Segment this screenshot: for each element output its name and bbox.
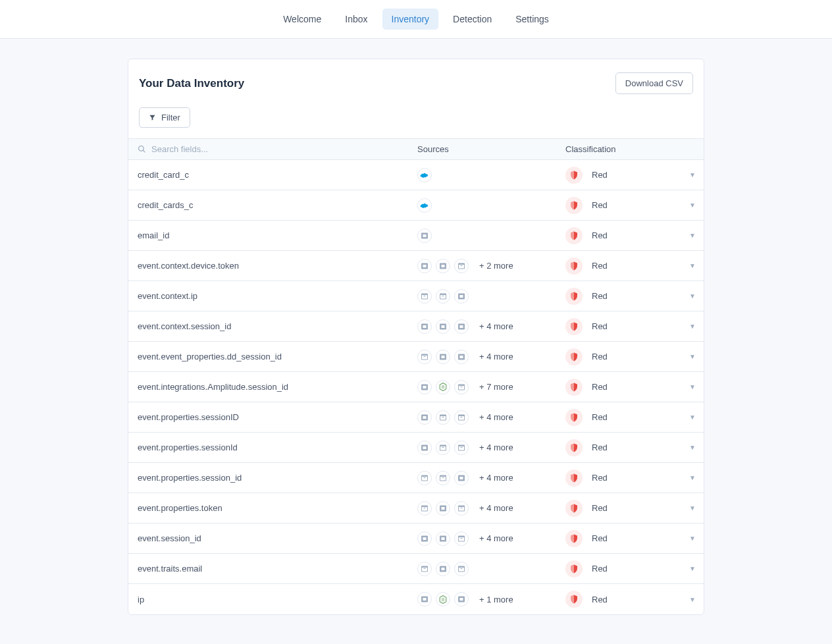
- nav-item-detection[interactable]: Detection: [444, 9, 501, 30]
- table-row[interactable]: email_idRed▼: [128, 221, 704, 251]
- classification-label: Red: [592, 533, 680, 543]
- svg-rect-29: [442, 356, 445, 358]
- table-row[interactable]: event.traits.emailRed▼: [128, 554, 704, 584]
- table-row[interactable]: event.properties.session_id+ 4 moreRed▼: [128, 463, 704, 493]
- classification-cell[interactable]: Red▼: [565, 560, 696, 577]
- table-row[interactable]: event.properties.sessionId+ 4 moreRed▼: [128, 433, 704, 463]
- classification-cell[interactable]: Red▼: [565, 197, 696, 214]
- svg-rect-82: [459, 568, 464, 572]
- source-icons: + 1 more: [417, 592, 556, 606]
- svg-rect-24: [460, 325, 463, 328]
- source-icons: + 2 more: [417, 259, 556, 273]
- table-row[interactable]: credit_cards_cRed▼: [128, 190, 704, 221]
- classification-cell[interactable]: Red▼: [565, 591, 696, 608]
- classification-label: Red: [592, 382, 680, 392]
- classification-label: Red: [592, 412, 680, 422]
- field-name: event.context.device.token: [138, 261, 239, 271]
- table-row[interactable]: event.context.session_id+ 4 moreRed▼: [128, 311, 704, 342]
- classification-cell[interactable]: Red▼: [565, 318, 696, 335]
- field-name: event.session_id: [138, 533, 201, 543]
- classification-cell[interactable]: Red▼: [565, 379, 696, 396]
- more-sources-label: + 4 more: [479, 412, 513, 422]
- filter-button[interactable]: Filter: [139, 107, 190, 128]
- classification-cell[interactable]: Red▼: [565, 530, 696, 547]
- classification-cell[interactable]: Red▼: [565, 409, 696, 426]
- svg-rect-44: [461, 417, 463, 417]
- svg-rect-57: [440, 477, 446, 481]
- classification-cell[interactable]: Red▼: [565, 257, 696, 275]
- classification-cell[interactable]: Red▼: [565, 439, 696, 456]
- classification-cell[interactable]: Red▼: [565, 288, 696, 305]
- shield-icon: [565, 560, 583, 577]
- field-name: event.traits.email: [138, 564, 202, 574]
- field-name: credit_cards_c: [138, 200, 194, 210]
- window-icon: [417, 289, 432, 304]
- table-row[interactable]: credit_card_cRed▼: [128, 160, 704, 190]
- svg-rect-35: [459, 386, 464, 390]
- svg-rect-33: [423, 386, 427, 389]
- shield-icon: [565, 348, 583, 365]
- chevron-down-icon: ▼: [689, 414, 696, 421]
- nav-item-welcome[interactable]: Welcome: [274, 9, 330, 30]
- classification-cell[interactable]: Red▼: [565, 167, 696, 184]
- svg-rect-26: [422, 356, 427, 360]
- classification-cell[interactable]: Red▼: [565, 227, 696, 244]
- window-icon: [454, 562, 469, 576]
- svg-rect-77: [422, 568, 427, 572]
- svg-rect-67: [459, 507, 464, 511]
- more-sources-label: + 1 more: [479, 595, 513, 604]
- nav-item-inventory[interactable]: Inventory: [382, 9, 439, 30]
- svg-rect-22: [442, 325, 445, 328]
- square-icon: [417, 410, 432, 425]
- shield-icon: [565, 470, 583, 487]
- more-sources-label: + 4 more: [479, 533, 513, 543]
- source-icons: + 4 more: [417, 350, 556, 364]
- svg-rect-68: [461, 508, 463, 508]
- square-icon: [417, 441, 432, 455]
- svg-rect-51: [459, 446, 464, 450]
- svg-rect-72: [442, 537, 445, 540]
- nav-item-settings[interactable]: Settings: [506, 9, 558, 30]
- source-icons: [417, 289, 556, 304]
- panel-header: Your Data Inventory Download CSV: [128, 59, 704, 101]
- svg-rect-36: [461, 387, 463, 387]
- field-name: credit_card_c: [138, 170, 189, 180]
- chevron-down-icon: ▼: [689, 383, 696, 390]
- svg-rect-54: [422, 477, 427, 481]
- source-icons: + 4 more: [417, 501, 556, 516]
- source-icons: + 7 more: [417, 380, 556, 394]
- square-icon: [454, 319, 469, 334]
- window-icon: [454, 501, 469, 516]
- classification-cell[interactable]: Red▼: [565, 500, 696, 517]
- search-icon: [138, 145, 146, 153]
- field-name: event.properties.sessionID: [138, 412, 239, 422]
- chevron-down-icon: ▼: [689, 596, 696, 603]
- svg-rect-74: [459, 537, 464, 541]
- table-row[interactable]: event.properties.token+ 4 moreRed▼: [128, 493, 704, 523]
- classification-label: Red: [592, 473, 680, 483]
- table-row[interactable]: event.session_id+ 4 moreRed▼: [128, 523, 704, 554]
- field-name: event.context.ip: [138, 291, 197, 301]
- classification-cell[interactable]: Red▼: [565, 348, 696, 365]
- source-icons: + 4 more: [417, 410, 556, 425]
- search-input[interactable]: [151, 144, 408, 154]
- classification-cell[interactable]: Red▼: [565, 470, 696, 487]
- table-row[interactable]: event.integrations.Amplitude.session_id+…: [128, 372, 704, 402]
- svg-rect-18: [460, 295, 463, 298]
- svg-rect-78: [424, 568, 426, 569]
- table-row[interactable]: event.properties.sessionID+ 4 moreRed▼: [128, 402, 704, 433]
- table-row[interactable]: ip+ 1 moreRed▼: [128, 584, 704, 614]
- table-row[interactable]: event.event_properties.dd_session_id+ 4 …: [128, 342, 704, 372]
- svg-rect-75: [461, 538, 463, 539]
- shield-icon: [565, 530, 583, 547]
- window-icon: [417, 562, 432, 576]
- classification-label: Red: [592, 443, 680, 452]
- column-header-field: [128, 144, 408, 154]
- download-csv-button[interactable]: Download CSV: [615, 72, 693, 94]
- nav-item-inbox[interactable]: Inbox: [336, 9, 377, 30]
- table-row[interactable]: event.context.device.token+ 2 moreRed▼: [128, 251, 704, 281]
- field-name: event.integrations.Amplitude.session_id: [138, 382, 288, 392]
- shield-icon: [565, 288, 583, 305]
- table-row[interactable]: event.context.ipRed▼: [128, 281, 704, 311]
- square-icon: [454, 592, 469, 606]
